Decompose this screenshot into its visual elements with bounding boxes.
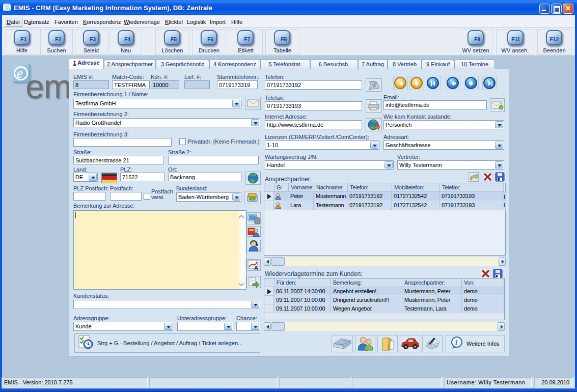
svg-text:e: e xyxy=(6,5,8,10)
svg-text:i: i xyxy=(455,339,457,346)
svg-text:A: A xyxy=(254,265,258,270)
svg-text:e: e xyxy=(17,66,23,81)
